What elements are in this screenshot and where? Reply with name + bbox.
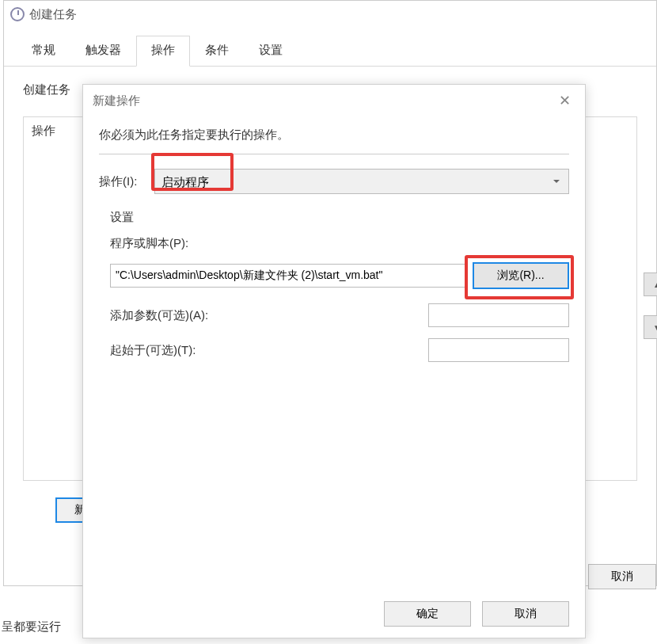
reorder-buttons: ▲ ▼	[644, 272, 657, 358]
program-path-input[interactable]	[110, 264, 466, 288]
close-icon[interactable]: ✕	[553, 90, 575, 112]
parent-title: 创建任务	[29, 7, 77, 22]
tab-actions[interactable]: 操作	[136, 36, 190, 67]
modal-instruction: 你必须为此任务指定要执行的操作。	[99, 128, 569, 154]
settings-section-label: 设置	[99, 210, 569, 225]
settings-area: 程序或脚本(P): 浏览(R)... 添加参数(可选)(A): 起始于(可选)(…	[99, 225, 569, 362]
action-field-row: 操作(I): 启动程序	[99, 169, 569, 194]
tab-conditions[interactable]: 条件	[190, 36, 244, 67]
move-up-button[interactable]: ▲	[644, 272, 657, 296]
startin-label: 起始于(可选)(T):	[110, 343, 196, 358]
program-label: 程序或脚本(P):	[110, 236, 569, 251]
args-input[interactable]	[428, 303, 569, 327]
actions-column-header: 操作	[32, 124, 55, 137]
action-combo-wrap: 启动程序	[154, 169, 569, 194]
modal-body: 你必须为此任务指定要执行的操作。 操作(I): 启动程序 设置 程序或脚本(P)…	[83, 116, 585, 362]
ok-button[interactable]: 确定	[384, 601, 471, 627]
modal-footer: 确定 取消	[384, 601, 569, 627]
args-label: 添加参数(可选)(A):	[110, 308, 208, 323]
move-down-button[interactable]: ▼	[644, 315, 657, 339]
clock-icon	[10, 7, 25, 21]
tab-bar: 常规 触发器 操作 条件 设置	[4, 28, 656, 67]
modal-titlebar: 新建操作 ✕	[83, 85, 585, 116]
action-label: 操作(I):	[99, 174, 154, 189]
parent-footer: 取消	[588, 564, 656, 589]
startin-input[interactable]	[428, 338, 569, 362]
parent-cancel-button[interactable]: 取消	[588, 564, 656, 589]
modal-title: 新建操作	[93, 93, 140, 109]
browse-button[interactable]: 浏览(R)...	[473, 262, 569, 289]
new-action-dialog: 新建操作 ✕ 你必须为此任务指定要执行的操作。 操作(I): 启动程序 设置 程…	[82, 84, 586, 638]
tab-general[interactable]: 常规	[17, 36, 70, 67]
cancel-button[interactable]: 取消	[482, 601, 569, 627]
tab-settings[interactable]: 设置	[244, 36, 298, 67]
parent-titlebar: 创建任务	[4, 1, 656, 28]
action-select[interactable]: 启动程序	[154, 169, 569, 194]
tab-triggers[interactable]: 触发器	[70, 36, 136, 67]
bottom-partial-text: 呈都要运行	[2, 619, 61, 634]
